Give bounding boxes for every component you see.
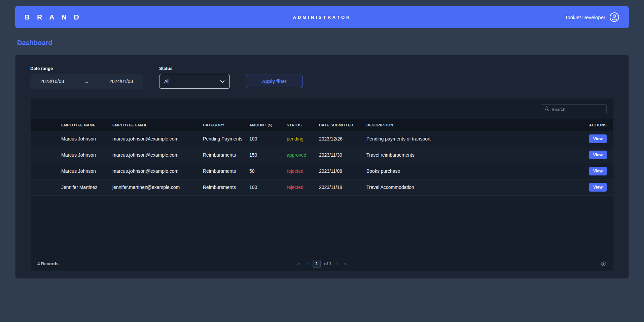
col-actions: ACTIONS [576,119,613,131]
user-avatar-icon[interactable] [609,12,619,22]
cell-category: Reimbursments [203,147,249,163]
search-input[interactable] [551,107,611,112]
expenses-table: EMPLOYEE NAME EMPLOYEE EMAIL CATEGORY AM… [31,119,613,196]
table-row[interactable]: Marcus Johnson marcus.johnson@example.co… [31,131,613,147]
col-category[interactable]: CATEGORY [203,119,249,131]
cell-employee-name: Marcus Johnson [61,163,112,179]
chevron-down-icon [220,79,225,84]
cell-status: pending [287,131,319,147]
col-description[interactable]: DESCRIPTION [366,119,576,131]
cell-description: Books purchase [366,163,576,179]
last-page-button[interactable]: » [343,260,348,267]
next-page-button[interactable]: › [335,260,339,267]
app-root: B R A N D ADMINISTRATOR ToolJet Develope… [0,0,644,279]
cell-employee-email: marcus.johnson@example.com [112,131,203,147]
cell-employee-email: marcus.johnson@example.com [112,147,203,163]
search-icon [544,106,549,112]
cell-amount: 100 [249,179,287,195]
status-group: Status All [159,66,230,89]
apply-filter-button[interactable]: Apply filter [246,75,302,88]
col-employee-name[interactable]: EMPLOYEE NAME [61,119,112,131]
date-range-group: Date range 2023/10/03 → 2024/01/03 [30,66,143,89]
table-row[interactable]: Marcus Johnson marcus.johnson@example.co… [31,163,613,179]
cell-date-submitted: 2023/12/26 [319,131,366,147]
cell-amount: 50 [249,163,287,179]
view-button[interactable]: View [589,183,607,192]
cell-date-submitted: 2023/11/30 [319,147,366,163]
status-select[interactable]: All [159,74,230,89]
prev-page-button[interactable]: ‹ [305,260,309,267]
current-page-input[interactable]: 1 [313,260,321,268]
date-to-value[interactable]: 2024/01/03 [109,79,133,84]
app-header: B R A N D ADMINISTRATOR ToolJet Develope… [15,6,629,28]
cell-status: rejected [287,163,319,179]
status-selected-value: All [164,79,170,84]
cell-employee-name: Jennifer Martinez [61,179,112,195]
cell-date-submitted: 2023/11/08 [319,163,366,179]
view-button[interactable]: View [589,151,607,159]
view-button[interactable]: View [589,167,607,175]
header-environment-label: ADMINISTRATOR [293,15,351,20]
cell-status: approved [287,147,319,163]
cell-date-submitted: 2023/11/18 [319,179,366,195]
page-title: Dashboard [17,39,629,47]
col-date-submitted[interactable]: DATE SUBMITTED [319,119,366,131]
cell-category: Reimbursments [203,163,249,179]
table-row[interactable]: Jennifer Martinez jennifer.martinez@exam… [31,179,613,195]
status-label: Status [159,66,230,71]
date-from-value[interactable]: 2023/10/03 [40,79,64,84]
records-count: 4 Records [37,261,59,266]
table-row[interactable]: Marcus Johnson marcus.johnson@example.co… [31,147,613,163]
pagination: « ‹ 1 of 1 › » [296,260,348,268]
filter-bar: Date range 2023/10/03 → 2024/01/03 Statu… [30,66,614,89]
cell-category: Reimbursments [203,179,249,195]
cell-employee-name: Marcus Johnson [61,147,112,163]
user-menu[interactable]: ToolJet Developer [565,12,619,22]
cell-employee-email: marcus.johnson@example.com [112,163,203,179]
arrow-right-icon: → [84,79,89,84]
spacer-column [31,119,61,131]
cell-description: Travel reimbursements [366,147,576,163]
first-page-button[interactable]: « [296,260,301,267]
page-total-label: of 1 [324,261,331,266]
cell-amount: 150 [249,147,287,163]
cell-description: Pending payments of transport [366,131,576,147]
table-card: EMPLOYEE NAME EMPLOYEE EMAIL CATEGORY AM… [30,98,614,272]
cell-status: rejected [287,179,319,195]
date-range-input[interactable]: 2023/10/03 → 2024/01/03 [30,74,143,89]
col-amount[interactable]: AMOUNT ($) [249,119,287,131]
col-employee-email[interactable]: EMPLOYEE EMAIL [112,119,203,131]
user-name-label: ToolJet Developer [565,14,605,20]
brand-logo: B R A N D [25,13,82,21]
dashboard-panel: Date range 2023/10/03 → 2024/01/03 Statu… [15,55,629,279]
table-toolbar [31,98,613,119]
cell-employee-email: jennifer.martinez@example.com [112,179,203,195]
cell-employee-name: Marcus Johnson [61,131,112,147]
eye-icon[interactable] [601,261,607,266]
search-box[interactable] [541,104,607,114]
table-footer: 4 Records « ‹ 1 of 1 › » [31,256,613,271]
cell-category: Pending Payments [203,131,249,147]
view-button[interactable]: View [589,134,607,143]
cell-description: Travel Accommodation [366,179,576,195]
cell-amount: 100 [249,131,287,147]
table-header-row: EMPLOYEE NAME EMPLOYEE EMAIL CATEGORY AM… [31,119,613,131]
col-status[interactable]: STATUS [287,119,319,131]
date-range-label: Date range [30,66,143,71]
